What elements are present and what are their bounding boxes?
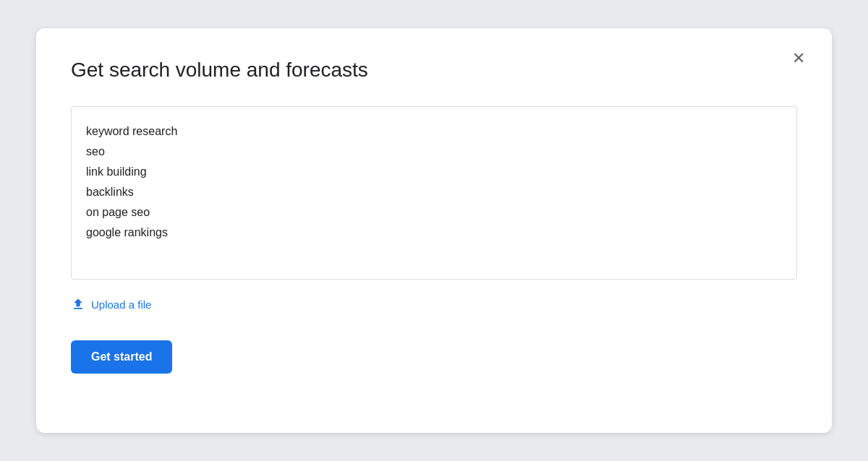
upload-link-container: Upload a file	[71, 297, 797, 311]
modal-overlay: ✕ Get search volume and forecasts keywor…	[0, 0, 868, 461]
keywords-textarea[interactable]: keyword research seo link building backl…	[71, 106, 797, 280]
upload-file-link[interactable]: Upload a file	[91, 298, 151, 311]
modal-dialog: ✕ Get search volume and forecasts keywor…	[36, 28, 832, 433]
upload-icon	[71, 297, 85, 311]
close-button[interactable]: ✕	[786, 46, 812, 72]
close-icon: ✕	[792, 51, 805, 66]
get-started-button[interactable]: Get started	[71, 340, 172, 374]
modal-title: Get search volume and forecasts	[71, 57, 797, 83]
